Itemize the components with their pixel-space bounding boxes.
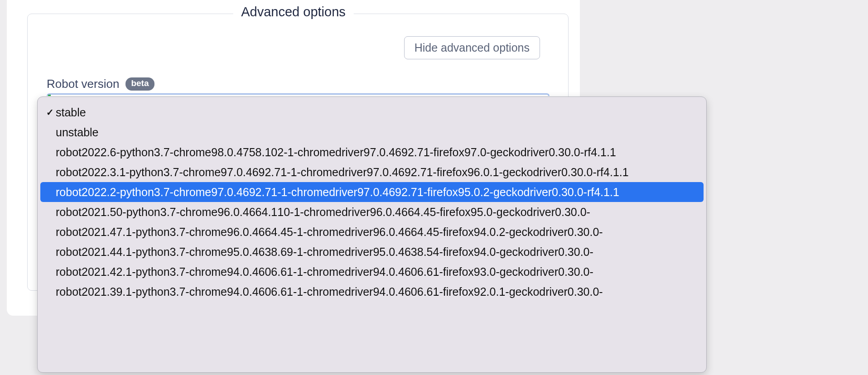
dropdown-option-label: robot2022.2-python3.7-chrome97.0.4692.71… bbox=[55, 186, 619, 199]
dropdown-option-label: unstable bbox=[55, 126, 99, 139]
dropdown-option-label: stable bbox=[55, 106, 86, 119]
dropdown-option-label: robot2022.3.1-python3.7-chrome97.0.4692.… bbox=[55, 166, 629, 179]
dropdown-option[interactable]: unstable bbox=[40, 122, 704, 142]
dropdown-option[interactable]: robot2021.47.1-python3.7-chrome96.0.4664… bbox=[40, 222, 704, 242]
advanced-options-legend: Advanced options bbox=[233, 5, 354, 19]
dropdown-option[interactable]: robot2022.3.1-python3.7-chrome97.0.4692.… bbox=[40, 162, 704, 182]
dropdown-option-label: robot2021.39.1-python3.7-chrome94.0.4606… bbox=[55, 285, 603, 298]
robot-version-label-row: Robot version beta bbox=[47, 77, 154, 91]
dropdown-option[interactable]: robot2021.39.1-python3.7-chrome94.0.4606… bbox=[40, 282, 704, 302]
dropdown-option[interactable]: robot2022.2-python3.7-chrome97.0.4692.71… bbox=[40, 182, 704, 202]
dropdown-option[interactable]: ✓stable bbox=[40, 102, 704, 122]
checkmark-icon: ✓ bbox=[45, 107, 55, 118]
robot-version-label: Robot version bbox=[47, 77, 119, 91]
page-root: Advanced options Hide advanced options R… bbox=[0, 0, 868, 375]
dropdown-option[interactable]: robot2021.50-python3.7-chrome96.0.4664.1… bbox=[40, 202, 704, 222]
dropdown-option-label: robot2021.50-python3.7-chrome96.0.4664.1… bbox=[55, 206, 590, 219]
robot-version-dropdown[interactable]: ✓stableunstablerobot2022.6-python3.7-chr… bbox=[37, 96, 707, 373]
beta-badge: beta bbox=[125, 77, 154, 91]
hide-advanced-options-button[interactable]: Hide advanced options bbox=[404, 36, 540, 59]
robot-version-select[interactable] bbox=[47, 93, 550, 96]
dropdown-option[interactable]: robot2022.6-python3.7-chrome98.0.4758.10… bbox=[40, 142, 704, 162]
dropdown-option-label: robot2022.6-python3.7-chrome98.0.4758.10… bbox=[55, 146, 616, 159]
select-accent bbox=[48, 95, 51, 96]
dropdown-option-label: robot2021.42.1-python3.7-chrome94.0.4606… bbox=[55, 265, 593, 279]
dropdown-option[interactable]: robot2021.42.1-python3.7-chrome94.0.4606… bbox=[40, 262, 704, 282]
dropdown-option-label: robot2021.47.1-python3.7-chrome96.0.4664… bbox=[55, 226, 603, 239]
dropdown-option-label: robot2021.44.1-python3.7-chrome95.0.4638… bbox=[55, 245, 593, 259]
dropdown-option[interactable]: robot2021.44.1-python3.7-chrome95.0.4638… bbox=[40, 242, 704, 262]
